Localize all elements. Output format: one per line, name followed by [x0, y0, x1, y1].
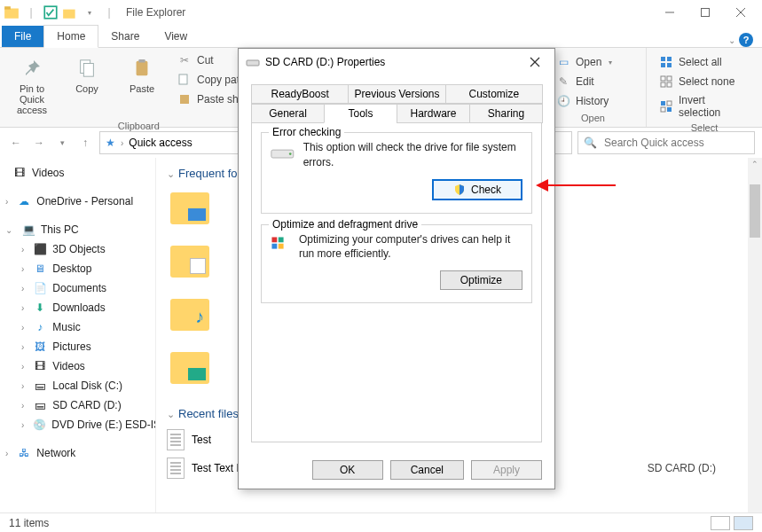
tree-localdisk[interactable]: ›🖴Local Disk (C:) — [0, 376, 155, 395]
folder-thumb[interactable] — [170, 352, 213, 391]
tree-music[interactable]: ›♪Music — [0, 317, 155, 337]
edit-button[interactable]: ✎Edit — [551, 73, 617, 90]
tree-videos2[interactable]: ›🎞Videos — [0, 356, 155, 376]
svg-rect-9 — [83, 64, 93, 77]
properties-qat-icon[interactable] — [43, 4, 59, 20]
svg-rect-22 — [661, 101, 665, 106]
svg-rect-23 — [667, 107, 672, 112]
edit-icon: ✎ — [556, 74, 570, 89]
forward-button[interactable]: → — [30, 134, 48, 152]
tree-videos[interactable]: 🎞Videos — [0, 163, 155, 183]
svg-rect-5 — [702, 9, 710, 17]
tab-hardware[interactable]: Hardware — [397, 104, 470, 123]
search-input[interactable] — [602, 136, 749, 150]
tab-customize[interactable]: Customize — [445, 84, 543, 104]
maximize-button[interactable] — [687, 0, 723, 25]
svg-rect-15 — [667, 57, 672, 61]
tab-home[interactable]: Home — [43, 25, 98, 48]
pin-icon — [19, 55, 45, 82]
open-group-label: Open — [547, 111, 639, 125]
view-details-button[interactable] — [711, 516, 730, 530]
tree-pictures[interactable]: ›🖼Pictures — [0, 337, 155, 356]
help-icon[interactable]: ? — [739, 33, 753, 47]
recent-dropdown[interactable]: ▾ — [53, 134, 71, 152]
paste-button[interactable]: Paste — [117, 51, 167, 98]
item-count: 11 items — [9, 517, 49, 529]
check-button[interactable]: Check — [432, 179, 522, 200]
back-button[interactable]: ← — [7, 134, 25, 152]
title-bar: | ▾ | File Explorer — [0, 0, 762, 25]
svg-rect-26 — [247, 60, 259, 66]
cancel-button[interactable]: Cancel — [390, 460, 464, 480]
tree-downloads[interactable]: ›⬇Downloads — [0, 298, 155, 317]
tree-dvd[interactable]: ›💿DVD Drive (E:) ESD-IS — [0, 415, 155, 434]
view-large-button[interactable] — [734, 516, 753, 530]
optimize-legend: Optimize and defragment drive — [269, 218, 421, 231]
svg-rect-13 — [180, 95, 189, 104]
error-checking-group: Error checking This option will check th… — [261, 132, 532, 214]
history-button[interactable]: 🕘History — [551, 92, 617, 110]
paste-icon — [129, 55, 155, 82]
tree-thispc[interactable]: ⌄💻This PC — [0, 220, 155, 239]
nav-tree[interactable]: 🎞Videos ›☁OneDrive - Personal ⌄💻This PC … — [0, 158, 156, 512]
paste-label: Paste — [130, 83, 154, 94]
pin-label: Pin to Quick access — [7, 83, 57, 115]
tree-3dobjects[interactable]: ›⬛3D Objects — [0, 239, 155, 259]
tab-share[interactable]: Share — [98, 26, 152, 47]
scrollbar[interactable]: ⌃ — [748, 158, 762, 512]
scroll-thumb[interactable] — [750, 184, 760, 238]
dialog-title-bar[interactable]: SD CARD (D:) Properties — [239, 49, 554, 75]
svg-rect-25 — [661, 107, 665, 112]
paste-shortcut-icon — [177, 92, 192, 106]
tree-sdcard[interactable]: ›🖴SD CARD (D:) — [0, 395, 155, 415]
close-button[interactable] — [723, 0, 758, 25]
tab-sharing[interactable]: Sharing — [469, 104, 543, 123]
tab-tools[interactable]: Tools — [324, 104, 397, 123]
videos-icon: 🎞 — [33, 359, 47, 373]
folder-thumb[interactable] — [170, 246, 213, 285]
network-icon: 🖧 — [17, 446, 31, 460]
qat-dropdown-icon[interactable]: ▾ — [82, 4, 98, 20]
svg-rect-0 — [4, 9, 19, 19]
tab-view[interactable]: View — [152, 26, 200, 47]
pin-button[interactable]: Pin to Quick access — [7, 51, 57, 119]
minimize-button[interactable] — [652, 0, 687, 25]
folder-thumb[interactable] — [170, 192, 213, 231]
tree-onedrive[interactable]: ›☁OneDrive - Personal — [0, 192, 155, 211]
open-button[interactable]: ▭Open▾ — [551, 53, 617, 71]
optimize-group: Optimize and defragment drive Optimizing… — [261, 224, 532, 304]
select-none-button[interactable]: Select none — [654, 73, 755, 90]
ok-button[interactable]: OK — [312, 460, 383, 480]
dialog-close-button[interactable] — [522, 52, 547, 72]
tab-file[interactable]: File — [2, 26, 43, 47]
invert-selection-button[interactable]: Invert selection — [654, 92, 755, 121]
svg-rect-20 — [661, 82, 665, 87]
ribbon-collapse-icon[interactable]: ⌄ — [728, 35, 735, 45]
svg-rect-32 — [279, 237, 284, 242]
tab-readyboost[interactable]: ReadyBoost — [251, 84, 349, 104]
file-location: SD CARD (D:) — [648, 462, 751, 474]
tree-network[interactable]: ›🖧Network — [0, 443, 155, 463]
tree-documents[interactable]: ›📄Documents — [0, 278, 155, 298]
quick-access-star-icon: ★ — [106, 137, 115, 149]
text-file-icon — [167, 429, 185, 450]
search-box[interactable]: 🔍 — [577, 131, 755, 154]
copy-button[interactable]: Copy — [62, 51, 112, 98]
svg-rect-16 — [661, 63, 665, 67]
error-checking-desc: This option will check the drive for fil… — [303, 140, 522, 170]
svg-rect-12 — [179, 74, 187, 84]
svg-rect-10 — [137, 61, 148, 76]
group-open: ▭Open▾ ✎Edit 🕘History Open — [540, 48, 647, 127]
tab-previous-versions[interactable]: Previous Versions — [348, 84, 445, 104]
breadcrumb[interactable]: Quick access — [129, 137, 192, 149]
optimize-button[interactable]: Optimize — [440, 270, 522, 290]
new-folder-qat-icon[interactable] — [62, 4, 78, 20]
tree-desktop[interactable]: ›🖥Desktop — [0, 259, 155, 278]
open-icon: ▭ — [556, 55, 570, 69]
select-all-button[interactable]: Select all — [654, 53, 755, 71]
up-button[interactable]: ↑ — [76, 134, 94, 152]
folder-thumb[interactable]: ♪ — [170, 299, 213, 338]
tab-general[interactable]: General — [251, 104, 325, 123]
apply-button[interactable]: Apply — [471, 460, 542, 480]
ribbon-help: ⌄ ? — [728, 33, 753, 47]
